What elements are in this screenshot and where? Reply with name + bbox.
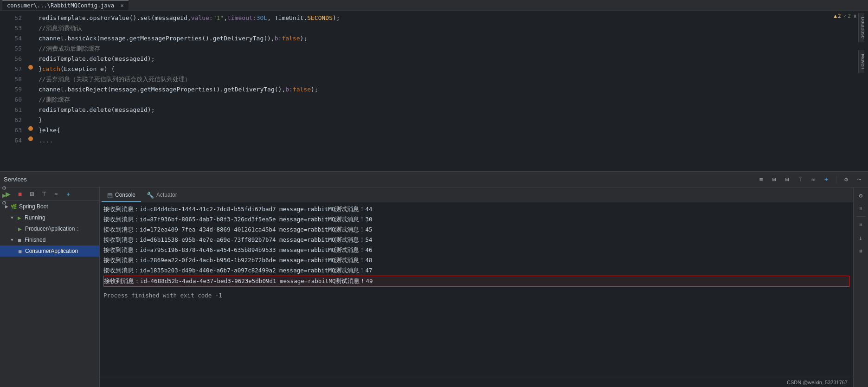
tree-panel: ▶ ■ ⊞ ⊤ ≈ + ▶ 🌿 Spring Boot ▼ ▶ Running [0, 187, 100, 387]
left-icon-1[interactable]: ⚙ [1, 187, 7, 191]
tab-bar: consumer\...\RabbitMQConfig.java × [0, 0, 868, 11]
sidebar-btn-settings[interactable]: ⚙ [855, 189, 867, 201]
tree-toolbar-add2[interactable]: + [63, 189, 73, 199]
status-text: CSDN @weixin_53231767 [787, 380, 848, 385]
code-line: redisTemplate.delete(messageId); [39, 105, 868, 115]
code-line: redisTemplate.delete(messageId); [39, 54, 868, 64]
consumer-icon: ◼ [17, 248, 23, 254]
tab-actuator[interactable]: 🔧 Actuator [141, 189, 183, 202]
code-content[interactable]: redisTemplate.opsForValue().set(messageI… [34, 11, 868, 171]
producer-label: ProducerApplication : [25, 226, 78, 232]
right-sidebar: ⚙ ≡ ≡ ↓ ⊠ [853, 187, 868, 387]
toolbar-btn-sort[interactable]: ≡ [756, 174, 766, 185]
toolbar-btn-add[interactable]: + [821, 174, 831, 185]
services-panel: Services ≡ ⊟ ⊞ ⊤ ≈ + ⚙ ⋯ ▶ ■ ⊞ ⊤ ≈ + [0, 172, 868, 387]
gutter-area [26, 11, 34, 171]
left-icon-3[interactable]: ⚙ [1, 200, 7, 206]
bottom-status-bar: CSDN @weixin_53231767 [100, 377, 853, 387]
left-icon-2[interactable]: ▶ [1, 192, 7, 199]
actuator-label: Actuator [156, 192, 177, 198]
producer-suffix: : [78, 226, 79, 232]
finished-label: Finished [25, 237, 45, 243]
code-line: //消费成功后删除缓存 [39, 44, 868, 54]
tree-item-running[interactable]: ▼ ▶ Running [0, 212, 99, 223]
producer-icon: ▶ [17, 226, 23, 232]
tree-item-consumer[interactable]: ◼ ConsumerApplication [0, 245, 99, 257]
tree-toolbar-stop[interactable]: ■ [15, 189, 25, 199]
toolbar-btn-settings[interactable]: ⚙ [841, 174, 851, 185]
tree-toolbar-wave[interactable]: ≈ [51, 189, 61, 199]
toolbar-btn-more[interactable]: ⋯ [854, 174, 864, 185]
code-container: 52535455565758596061626364 redisTemplate… [0, 11, 868, 171]
toolbar-btn-group[interactable]: ⊞ [782, 174, 792, 185]
console-log-line: 接收到消息：id=172ea409-7fea-434d-8869-401261c… [103, 225, 849, 235]
tab-close-btn[interactable]: × [120, 2, 123, 9]
sidebar-btn-menu1[interactable]: ≡ [855, 202, 867, 214]
code-line: redisTemplate.opsForValue().set(messageI… [39, 13, 868, 23]
console-log-line: 接收到消息：id=a795c196-8378-4c46-a454-635b894… [103, 245, 849, 255]
services-toolbar: ≡ ⊟ ⊞ ⊤ ≈ + ⚙ ⋯ [756, 174, 864, 185]
console-log-line: 接收到消息：id=87f936bf-8065-4ab7-b8f3-326dd3f… [103, 214, 849, 225]
console-panel: ▤ Console 🔧 Actuator 接收到消息：id=c84d4cbc-1… [100, 187, 853, 387]
console-log-line: 接收到消息：id=2869ea22-0f2d-4acb-b950-1b922b7… [103, 255, 849, 265]
code-line: channel.basicAck(message.getMessagePrope… [39, 33, 868, 44]
running-arrow: ▼ [9, 215, 15, 220]
console-log-line: 接收到消息：id=d6b11538-e95b-4e7e-a69e-73ff892… [103, 235, 849, 245]
springboot-label: Spring Boot [19, 203, 48, 210]
process-finished-text: Process finished with exit code -1 [103, 290, 849, 301]
services-header: Services ≡ ⊟ ⊞ ⊤ ≈ + ⚙ ⋯ [0, 172, 868, 187]
console-highlighted-line: 接收到消息：id=4688d52b-4ada-4e37-bed3-9623e5d… [103, 276, 849, 287]
console-tabs: ▤ Console 🔧 Actuator [100, 187, 853, 202]
console-content[interactable]: 接收到消息：id=c84d4cbc-1444-41c2-7dc8-b55fdi6… [100, 202, 853, 377]
code-line: //丢弃消息（关联了死信队列的话会放入死信队列处理） [39, 74, 868, 84]
tree-toolbar-filter[interactable]: ⊤ [39, 189, 49, 199]
finished-icon: ◼ [16, 237, 23, 243]
sidebar-btn-menu2[interactable]: ≡ [855, 219, 867, 231]
console-log-line: 接收到消息：id=c84d4cbc-1444-41c2-7dc8-b55fdi6… [103, 204, 849, 214]
actuator-icon: 🔧 [147, 192, 154, 199]
code-line: } catch (Exception e) { [39, 64, 868, 74]
code-line: .... [39, 135, 868, 146]
code-line: } [39, 115, 868, 125]
editor-area: consumer\...\RabbitMQConfig.java × 52535… [0, 0, 868, 172]
toolbar-btn-collapse[interactable]: ⊟ [769, 174, 779, 185]
tree-item-finished[interactable]: ▼ ◼ Finished [0, 234, 99, 245]
code-line: //删除缓存 [39, 95, 868, 105]
springboot-icon: 🌿 [11, 203, 17, 210]
line-numbers: 52535455565758596061626364 [0, 11, 26, 171]
console-log-line: 接收到消息：id=1835b203-d49b-440e-a6b7-a097c82… [103, 265, 849, 276]
sidebar-btn-download[interactable]: ↓ [855, 232, 867, 244]
tree-toolbar-group[interactable]: ⊞ [27, 189, 37, 199]
services-title: Services [4, 176, 27, 183]
toolbar-btn-filter[interactable]: ⊤ [795, 174, 805, 185]
running-icon: ▶ [16, 214, 23, 221]
code-line: //消息消费确认 [39, 23, 868, 33]
console-label: Console [115, 192, 135, 198]
toolbar-btn-config[interactable]: ≈ [808, 174, 818, 185]
editor-scrollbar[interactable] [864, 11, 868, 171]
tree-item-producer[interactable]: ▶ ProducerApplication : : [0, 223, 99, 234]
console-icon: ▤ [107, 192, 113, 199]
code-line: }else{ [39, 125, 868, 135]
code-line: channel.basicReject(message.getMessagePr… [39, 84, 868, 95]
tab-console[interactable]: ▤ Console [102, 189, 141, 202]
warning-badge: ▲2 ✓2 ∧ ∨ [834, 13, 861, 19]
finished-arrow: ▼ [9, 237, 15, 243]
services-body: ▶ ■ ⊞ ⊤ ≈ + ▶ 🌿 Spring Boot ▼ ▶ Running [0, 187, 868, 387]
tab-filename: consumer\...\RabbitMQConfig.java [7, 2, 114, 9]
consumer-label: ConsumerApplication [25, 248, 78, 254]
tree-item-springboot[interactable]: ▶ 🌿 Spring Boot [0, 201, 99, 212]
running-label: Running [25, 214, 45, 221]
sidebar-btn-close[interactable]: ⊠ [855, 245, 867, 257]
active-tab[interactable]: consumer\...\RabbitMQConfig.java × [2, 0, 129, 10]
